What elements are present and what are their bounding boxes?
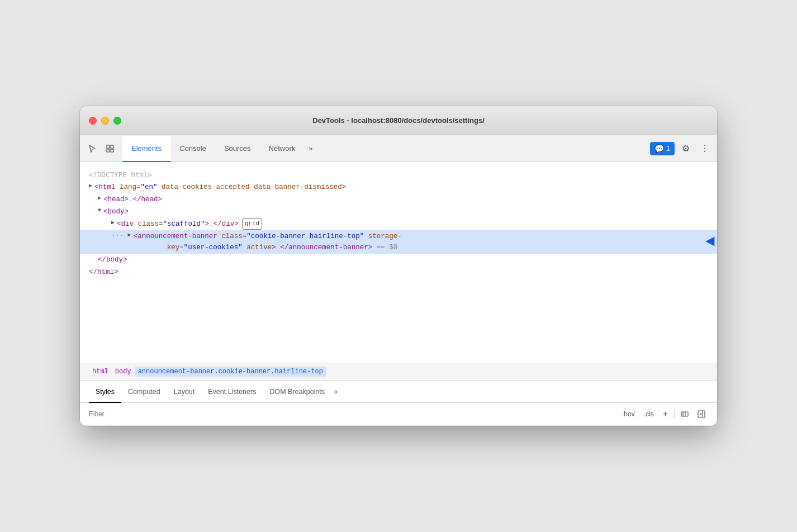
cls-button[interactable]: .cls	[641, 408, 657, 420]
tab-sources[interactable]: Sources	[215, 136, 260, 162]
cursor-icon[interactable]	[84, 141, 100, 156]
tabs-more-button[interactable]: »	[304, 135, 317, 162]
panel-tabs-more-button[interactable]: »	[334, 387, 338, 396]
hov-button[interactable]: :hov	[619, 408, 638, 420]
doctype-line: <!DOCTYPE html>	[80, 169, 717, 181]
tab-styles[interactable]: Styles	[89, 381, 121, 403]
filter-separator	[674, 410, 675, 419]
forced-state-icon[interactable]	[678, 407, 691, 421]
breadcrumb-body[interactable]: body	[112, 367, 135, 377]
expand-icon: ▶	[111, 218, 115, 227]
tabbar-icons	[84, 141, 118, 156]
minimize-button[interactable]	[101, 117, 109, 125]
dots-indicator: ···	[111, 231, 124, 241]
grid-badge[interactable]: grid	[242, 218, 262, 230]
elements-panel: <!DOCTYPE html> ▶<html lang="en" data-co…	[80, 162, 717, 363]
svg-rect-4	[681, 412, 688, 416]
breadcrumb-bar: html body announcement-banner.cookie-ban…	[80, 363, 717, 381]
tab-computed[interactable]: Computed	[121, 381, 167, 403]
head-line[interactable]: ▶<head>…</head>	[80, 193, 717, 206]
filter-input[interactable]	[89, 410, 615, 418]
main-tabs: Elements Console Sources Network »	[122, 135, 650, 162]
more-options-button[interactable]: ⋮	[697, 141, 713, 156]
filter-actions: :hov .cls +	[619, 407, 708, 421]
breadcrumb-announcement-banner[interactable]: announcement-banner.cookie-banner.hairli…	[135, 367, 326, 377]
svg-rect-0	[107, 145, 110, 148]
tab-layout[interactable]: Layout	[167, 381, 202, 403]
window-title: DevTools - localhost:8080/docs/devtools/…	[312, 116, 485, 125]
panel-tabs: Styles Computed Layout Event Listeners D…	[80, 381, 717, 403]
settings-button[interactable]: ⚙	[678, 141, 694, 156]
html-close-line: </html>	[80, 266, 717, 278]
add-rule-button[interactable]: +	[660, 407, 671, 421]
svg-rect-2	[107, 149, 110, 152]
breadcrumb-html[interactable]: html	[89, 367, 112, 377]
tab-event-listeners[interactable]: Event Listeners	[201, 381, 263, 403]
tab-elements[interactable]: Elements	[122, 136, 170, 162]
svg-rect-7	[698, 411, 705, 417]
svg-rect-3	[111, 149, 113, 152]
body-open-line[interactable]: ▼<body>	[80, 206, 717, 218]
svg-rect-1	[111, 145, 113, 148]
maximize-button[interactable]	[113, 117, 121, 125]
html-open-line[interactable]: ▶<html lang="en" data-cookies-accepted d…	[80, 181, 717, 193]
tab-dom-breakpoints[interactable]: DOM Breakpoints	[263, 381, 331, 403]
message-icon: 💬	[654, 144, 664, 153]
current-element-arrow: ◄	[705, 234, 717, 250]
tab-network[interactable]: Network	[260, 136, 305, 162]
expand-icon: ▶	[89, 182, 92, 191]
announcement-banner-line[interactable]: ··· ▶ <announcement-banner class="cookie…	[80, 230, 717, 254]
titlebar: DevTools - localhost:8080/docs/devtools/…	[80, 106, 717, 135]
filter-bar: :hov .cls +	[80, 403, 717, 426]
devtools-window: DevTools - localhost:8080/docs/devtools/…	[80, 106, 717, 426]
devtools-panel: Elements Console Sources Network » 💬	[80, 135, 717, 426]
inspect-icon[interactable]	[102, 141, 118, 156]
expand-icon: ▶	[98, 194, 101, 203]
message-badge-button[interactable]: 💬 1	[650, 142, 675, 155]
sidebar-toggle-icon[interactable]	[695, 407, 708, 421]
tabbar-right: 💬 1 ⚙ ⋮	[650, 141, 713, 156]
div-scaffold-line[interactable]: ▶<div class="scaffold">…</div>grid	[80, 218, 717, 230]
collapse-icon: ▼	[98, 206, 101, 215]
close-button[interactable]	[89, 117, 97, 125]
tab-console[interactable]: Console	[170, 136, 215, 162]
blue-arrow-icon: ◄	[705, 234, 715, 250]
traffic-lights	[89, 117, 121, 125]
tabbar: Elements Console Sources Network » 💬	[80, 135, 717, 162]
body-close-line: </body>	[80, 254, 717, 266]
expand-icon: ▶	[128, 231, 131, 240]
announcement-content: ··· ▶ <announcement-banner class="cookie…	[111, 231, 708, 253]
